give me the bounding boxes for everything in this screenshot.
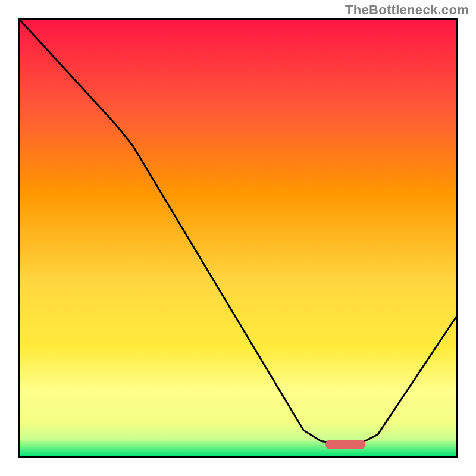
- optimal-marker: [325, 440, 365, 449]
- chart-container: TheBottleneck.com: [0, 0, 476, 476]
- watermark-text: TheBottleneck.com: [345, 2, 469, 18]
- plot-area: [18, 18, 458, 458]
- bottleneck-curve: [20, 20, 456, 456]
